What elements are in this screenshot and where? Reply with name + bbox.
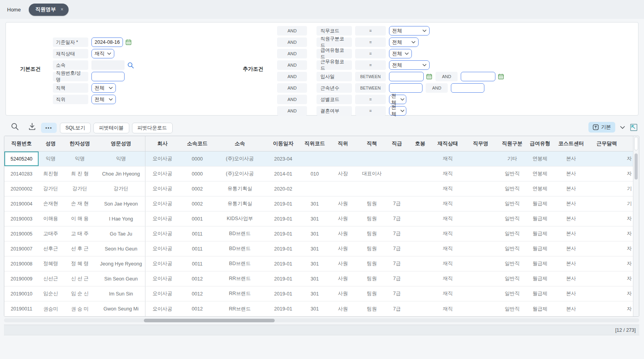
range-to-input[interactable] <box>451 83 484 93</box>
search-icon[interactable] <box>10 122 20 131</box>
text-input[interactable] <box>91 72 125 81</box>
select-field[interactable]: 재직 <box>91 49 114 58</box>
range-from-input[interactable] <box>389 83 423 93</box>
date-to-input[interactable] <box>461 72 495 81</box>
condition-conjunction: AND <box>277 60 307 70</box>
select-field[interactable]: 전체 <box>389 49 412 58</box>
download-icon[interactable] <box>28 122 37 131</box>
table-row[interactable]: 20190003이해용이 해 용I Hae Yong오이사공0001KIDS사업… <box>4 211 633 226</box>
table-row[interactable]: 20190005고태주고 태 주Go Tae Ju오이사공0011BD브랜드20… <box>4 226 633 241</box>
toolbar-button-1[interactable]: 피벗테이블 <box>93 123 129 133</box>
column-header[interactable]: 급여유형 <box>527 136 553 151</box>
column-header[interactable]: 재직상태 <box>432 136 463 151</box>
home-tab[interactable]: Home <box>7 7 21 13</box>
table-cell: 2019-01 <box>264 211 302 226</box>
select-field[interactable]: 전체 <box>91 83 116 93</box>
column-header[interactable]: 직위 <box>328 136 358 151</box>
select-field[interactable]: 전체 <box>389 37 419 47</box>
tab-close-icon[interactable]: × <box>61 7 63 12</box>
table-cell: 본사 <box>553 226 589 241</box>
column-header[interactable]: 한자성명 <box>63 136 97 151</box>
table-cell: 20140283 <box>4 166 39 181</box>
column-header[interactable]: 직책 <box>358 136 385 151</box>
toolbar-button-0[interactable]: SQL보기 <box>60 123 91 133</box>
selected-option: 전체 <box>391 104 400 118</box>
table-row[interactable]: 20190008정혜령정 혜 령Jeong Hye Ryeong오이사공0011… <box>4 256 633 271</box>
table-cell: 0012 <box>179 271 215 286</box>
select-field[interactable]: 전체 <box>389 26 430 36</box>
column-header[interactable]: 이동일자 <box>264 136 302 151</box>
select-field[interactable]: 전체 <box>389 106 406 116</box>
table-cell: 본사 <box>553 241 589 256</box>
table-cell <box>408 286 432 301</box>
horizontal-scrollbar-thumb[interactable] <box>144 319 275 322</box>
table-cell: 301 <box>302 256 328 271</box>
toolbar-button-2[interactable]: 피벗다운로드 <box>132 123 173 133</box>
lookup-input[interactable] <box>91 60 125 70</box>
table-row[interactable]: 20190004손재현손 재 현Son Jae Hyeon오이사공0002유통기… <box>4 196 633 211</box>
column-header[interactable]: 직위코드 <box>302 136 328 151</box>
table-row[interactable]: 20190011권승미권 승 미Gwon Seung Mi오이사공0012RR브… <box>4 301 633 316</box>
filter-field-label: 재직상태 <box>53 49 88 58</box>
select-field[interactable]: 전체 <box>91 95 116 104</box>
table-cell: 301 <box>302 271 328 286</box>
table-cell: 2020-02 <box>264 181 302 196</box>
table-cell: 오이사공 <box>145 271 179 286</box>
between-and-label: AND <box>426 83 448 93</box>
table-cell: 일반직 <box>498 226 527 241</box>
table-cell: 유통기획실 <box>215 196 264 211</box>
filter-row-additional: AND성별코드=전체 <box>277 95 504 104</box>
column-header[interactable]: 영문성명 <box>97 136 145 151</box>
table-cell: 일반직 <box>498 181 527 196</box>
expand-icon[interactable] <box>630 123 638 131</box>
basic-view-button[interactable]: 기본 <box>588 122 615 133</box>
vertical-scrollbar-thumb[interactable] <box>635 153 638 180</box>
table-cell: 0011 <box>179 226 215 241</box>
tab-employee-roster[interactable]: 직원명부 × <box>29 4 69 16</box>
table-cell: 301 <box>302 226 328 241</box>
select-field[interactable]: 전체 <box>389 60 430 70</box>
table-row[interactable]: 20190007선후근선 후 근Seon Hu Geun오이사공0011BD브랜… <box>4 241 633 256</box>
column-header[interactable]: 직무명 <box>463 136 498 151</box>
select-field[interactable]: 전체 <box>389 95 406 104</box>
condition-operator: = <box>355 37 386 47</box>
table-row[interactable]: 20200002강가딘강가딘강가딘오이사공0002유통기획실2020-02재직일… <box>4 181 633 196</box>
date-input[interactable]: 2024-08-16 <box>91 37 123 47</box>
column-header[interactable]: 직원번호 <box>4 136 39 151</box>
table-cell: 익명 <box>39 151 63 166</box>
column-header[interactable]: 소속코드 <box>179 136 215 151</box>
table-cell: 301 <box>302 241 328 256</box>
table-cell: 0000 <box>179 151 215 166</box>
table-row[interactable]: 20190010임순신임 순 신Im Sun Sin오이사공0012RR브랜드2… <box>4 286 633 301</box>
column-header[interactable]: 코스트센터 <box>553 136 589 151</box>
column-header[interactable]: 호봉 <box>408 136 432 151</box>
column-header[interactable]: 성명 <box>39 136 63 151</box>
column-header[interactable]: 회사 <box>145 136 179 151</box>
table-cell: 2019-01 <box>264 286 302 301</box>
chevron-down-icon <box>411 41 415 43</box>
more-dots-button[interactable]: ••• <box>41 123 57 133</box>
chevron-down-icon[interactable] <box>620 126 625 129</box>
table-row[interactable]: 20190009신선근신 선 근Sin Seon Geun오이사공0012RR브… <box>4 271 633 286</box>
table-cell: 자 <box>589 286 633 301</box>
table-cell: 신 선 근 <box>63 271 97 286</box>
input-value: 2024-08-16 <box>95 39 120 45</box>
table-cell: 권승미 <box>39 301 63 316</box>
column-header[interactable]: 소속 <box>215 136 264 151</box>
column-header[interactable]: 직급 <box>385 136 408 151</box>
horizontal-scrollbar[interactable] <box>4 318 639 322</box>
table-cell <box>463 166 498 181</box>
vertical-scrollbar[interactable] <box>633 136 639 316</box>
selected-option: 전체 <box>95 85 104 92</box>
scrollbar-header-cap[interactable] <box>634 137 638 150</box>
table-cell: 선 후 근 <box>63 241 97 256</box>
date-from-input[interactable] <box>389 72 424 81</box>
table-row[interactable]: 20140283최진형최 진 형Choe Jin Hyeong오이사공0000(… <box>4 166 633 181</box>
table-row[interactable]: 52405240익명익명익명오이사공0000(주)오이사공2023-04재직기타… <box>4 151 633 166</box>
table-cell: 재직 <box>432 241 463 256</box>
table-cell <box>408 196 432 211</box>
column-header[interactable]: 근무달력 <box>589 136 633 151</box>
condition-operator: = <box>355 106 386 116</box>
column-header[interactable]: 직원구분 <box>498 136 527 151</box>
grid-header-row: 직원번호성명한자성명영문성명회사소속코드소속이동일자직위코드직위직책직급호봉재직… <box>4 136 633 151</box>
